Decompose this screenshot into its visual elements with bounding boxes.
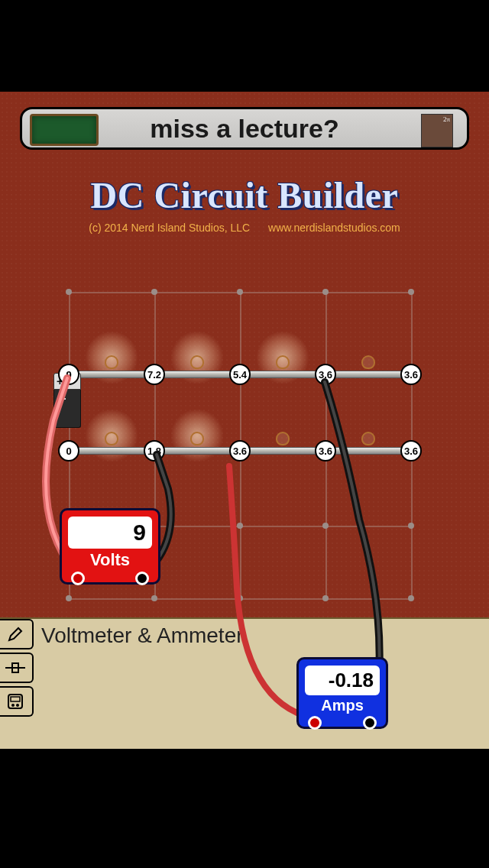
website-link[interactable]: www.nerdislandstudios.com [268,222,400,234]
voltmeter[interactable]: 9 Volts [60,508,160,585]
svg-rect-3 [11,697,20,701]
grid-dot [66,595,72,601]
grid-dot [408,523,414,529]
wire[interactable] [327,371,410,378]
copyright-line: (c) 2014 Nerd Island Studios, LLC www.ne… [0,222,489,234]
port-red[interactable] [308,716,322,730]
wire[interactable] [70,447,153,455]
grid-dot [237,595,243,601]
bulb-icon[interactable] [361,432,375,445]
ammeter-label: Amps [303,697,381,714]
minus-icon: − [58,391,66,407]
voltmeter-label: Volts [66,550,154,570]
grid-dot [322,523,329,529]
book-icon [421,114,453,147]
node[interactable]: 5.4 [229,364,251,385]
grid-dot [322,289,329,295]
wire[interactable] [241,371,324,378]
port-black[interactable] [135,572,149,585]
panel-title: Voltmeter & Ammeter [41,623,244,648]
svg-point-4 [11,704,15,707]
wire[interactable] [241,447,324,455]
grid-dot [237,289,243,295]
grid-dot [237,523,243,529]
wire[interactable] [327,447,410,455]
node[interactable]: 7.2 [144,364,165,385]
bulb-icon[interactable] [361,355,375,369]
node[interactable]: 3.6 [229,440,251,462]
bulb-icon[interactable] [105,355,118,369]
node[interactable]: 3.6 [315,440,336,462]
grid-dot [322,595,329,601]
grid-dot [151,289,157,295]
wire[interactable] [156,447,238,455]
app-title: DC Circuit Builder [0,174,489,216]
node[interactable]: 3.6 [315,364,336,385]
copyright-text: (c) 2014 Nerd Island Studios, LLC [89,222,250,234]
node[interactable]: 9 [58,364,79,385]
voltmeter-reading: 9 [68,517,152,549]
pencil-tool-button[interactable] [0,619,34,649]
ammeter[interactable]: -0.18 Amps [296,657,388,729]
banner-text: miss a lecture? [150,114,339,144]
node[interactable]: 1.8 [144,440,165,462]
bulb-icon[interactable] [276,355,290,369]
chalkboard-icon [30,114,99,146]
grid-dot [151,595,157,601]
grid-dot [408,595,414,601]
node[interactable]: 3.6 [400,364,422,385]
bulb-icon[interactable] [276,432,290,445]
pencil-icon [7,626,24,643]
grid-dot [66,289,72,295]
wire[interactable] [156,371,238,378]
node[interactable]: 3.6 [400,440,422,462]
wire[interactable] [70,371,153,378]
ammeter-reading: -0.18 [305,666,380,695]
meter-icon [7,693,24,710]
svg-point-5 [16,704,19,707]
slider-icon [5,662,25,674]
grid-dot [408,289,414,295]
component-tool-button[interactable] [0,653,34,683]
tool-tabs [0,619,34,720]
meter-tool-button[interactable] [0,686,34,717]
bulb-icon[interactable] [190,355,204,369]
node[interactable]: 0 [58,440,79,462]
bulb-icon[interactable] [105,432,118,445]
port-black[interactable] [363,716,377,730]
ad-banner[interactable]: miss a lecture? [20,107,469,150]
bulb-icon[interactable] [190,432,204,445]
port-red[interactable] [71,572,85,585]
bottom-panel: Voltmeter & Ammeter [0,617,489,749]
